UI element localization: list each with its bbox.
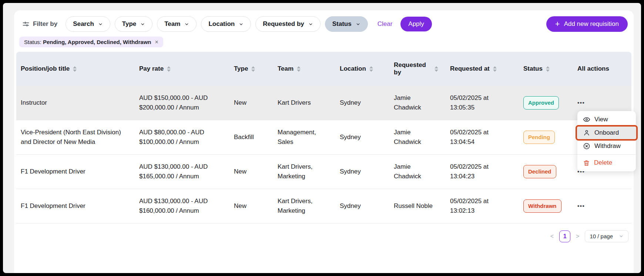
cell-team: Kart Drivers, Marketing [272,189,334,223]
eye-icon [583,116,590,123]
cell-position: Instructor [16,86,133,120]
cell-requested-at: 05/02/2025 at 13:02:13 [444,189,517,223]
next-page-button[interactable]: > [575,233,580,240]
row-actions-ellipsis-icon[interactable]: ••• [577,203,585,209]
sort-icon[interactable] [493,66,497,72]
cell-location: Sydney [334,86,388,120]
status-badge: Declined [523,165,556,178]
circle-x-icon [583,142,590,150]
table-row[interactable]: Instructor AUD $150,000.00 - AUD $200,00… [16,86,631,120]
add-new-requisition-button[interactable]: + Add new requisition [546,16,628,32]
chip-prefix: Status: [24,39,41,45]
requisitions-panel: Filter by Search Type Team Location Requ… [14,10,634,273]
cell-position: F1 Development Driver [16,155,133,189]
sort-icon[interactable] [297,66,301,72]
filter-location[interactable]: Location [201,16,251,32]
trash-icon [583,159,590,166]
col-status[interactable]: Status [517,52,571,86]
menu-divider [577,154,636,155]
sort-icon[interactable] [251,66,255,72]
col-requested-by[interactable]: Requested by [388,52,444,86]
page-number-button[interactable]: 1 [559,230,570,242]
table-header: Position/job title Pay rate Type Team Lo… [16,52,631,86]
filter-by-label-group: Filter by [22,20,57,28]
status-filter-chip: Status: Pending, Approved, Declined, Wit… [19,37,163,47]
col-location[interactable]: Location [334,52,388,86]
cell-pay-rate: AUD $80,000.00 - AUD $100,000.00 / Annum [133,120,228,155]
cell-requested-at: 05/02/2025 at 13:05:35 [444,86,517,120]
cell-type: New [228,155,272,189]
filter-status[interactable]: Status [325,16,368,32]
chevron-down-icon [356,22,360,27]
table-row[interactable]: Vice-President (North East Division) and… [16,120,631,155]
table-row[interactable]: F1 Development Driver AUD $130,000.00 - … [16,189,631,223]
sort-icon[interactable] [369,66,373,72]
filter-type[interactable]: Type [115,16,152,32]
cell-type: New [228,86,272,120]
sort-icon[interactable] [167,66,171,72]
cell-team: Kart Drivers, Marketing [272,155,334,189]
chevron-down-icon [239,22,244,27]
row-actions-menu: View Onboard Withdraw Delete [577,111,636,171]
cell-requested-at: 05/02/2025 at 13:04:54 [444,120,517,155]
col-type[interactable]: Type [228,52,272,86]
sort-icon[interactable] [73,66,77,72]
col-pay-rate[interactable]: Pay rate [133,52,228,86]
filter-team[interactable]: Team [157,16,197,32]
cell-pay-rate: AUD $130,000.00 - AUD $160,000.00 / Annu… [133,189,228,223]
clear-filters-link[interactable]: Clear [378,20,393,28]
col-requested-at[interactable]: Requested at [444,52,517,86]
chevron-down-icon [619,234,624,239]
pagination: < 1 > 10 / page [14,223,634,242]
plus-icon: + [555,21,560,27]
prev-page-button[interactable]: < [549,233,555,240]
col-position[interactable]: Position/job title [16,52,133,86]
close-icon[interactable]: × [155,39,158,45]
status-badge: Withdrawn [523,199,561,213]
cell-location: Sydney [334,120,388,155]
page-size-select[interactable]: 10 / page [585,230,628,242]
cell-pay-rate: AUD $130,000.00 - AUD $165,000.00 / Annu… [133,155,228,189]
chevron-down-icon [140,22,145,27]
table-row[interactable]: F1 Development Driver AUD $130,000.00 - … [16,155,631,189]
filter-bar: Filter by Search Type Team Location Requ… [14,10,634,32]
col-all-actions: All actions [571,52,631,86]
requisitions-table: Position/job title Pay rate Type Team Lo… [16,52,631,223]
cell-team: Kart Drivers [272,86,334,120]
cell-requested-by: Jamie Chadwick [388,120,444,155]
col-team[interactable]: Team [272,52,334,86]
cell-pay-rate: AUD $150,000.00 - AUD $200,000.00 / Annu… [133,86,228,120]
menu-item-delete[interactable]: Delete [577,156,636,169]
applied-filters-row: Status: Pending, Approved, Declined, Wit… [14,32,634,47]
sliders-icon [22,20,30,28]
menu-item-withdraw[interactable]: Withdraw [577,139,636,153]
chevron-down-icon [98,22,103,27]
cell-position: F1 Development Driver [16,189,133,223]
cell-location: Sydney [334,155,388,189]
cell-type: Backfill [228,120,272,155]
cell-requested-by: Jamie Chadwick [388,86,444,120]
cell-type: New [228,189,272,223]
app-background: Filter by Search Type Team Location Requ… [3,3,641,273]
menu-item-view[interactable]: View [577,113,636,126]
filter-search[interactable]: Search [66,16,110,32]
chevron-down-icon [184,22,189,27]
filter-by-label: Filter by [33,20,57,28]
cell-team: Management, Sales [272,120,334,155]
cell-location: Sydney [334,189,388,223]
cell-requested-by: Russell Noble [388,189,444,223]
cell-requested-at: 05/02/2025 at 13:04:23 [444,155,517,189]
person-icon [583,129,590,137]
menu-item-onboard[interactable]: Onboard [577,126,636,139]
sort-icon[interactable] [435,66,438,72]
cell-position: Vice-President (North East Division) and… [16,120,133,155]
filter-requested-by[interactable]: Requested by [255,16,320,32]
status-badge: Approved [523,96,559,110]
row-actions-ellipsis-icon[interactable]: ••• [577,100,585,106]
chip-values: Pending, Approved, Declined, Withdrawn [43,39,151,45]
apply-filters-button[interactable]: Apply [400,17,432,31]
sort-icon[interactable] [546,66,550,72]
cell-requested-by: Jamie Chadwick [388,155,444,189]
status-badge: Pending [523,131,555,144]
chevron-down-icon [308,22,313,27]
